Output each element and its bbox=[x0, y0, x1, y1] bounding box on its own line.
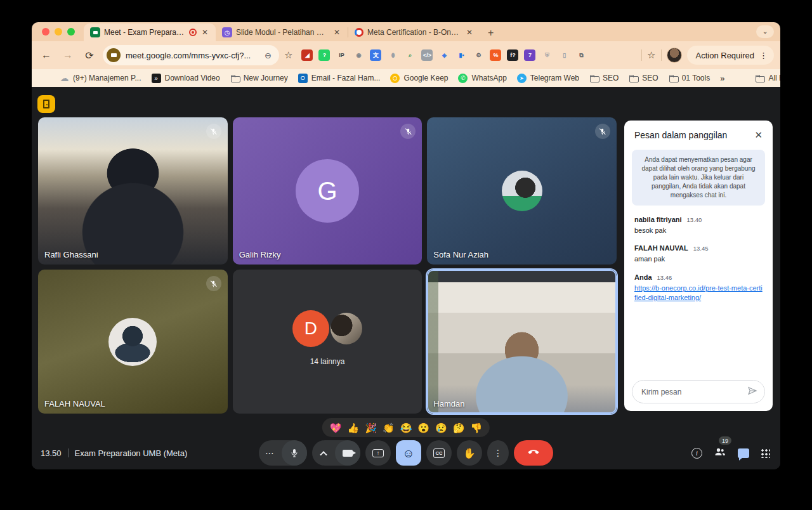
end-call-button[interactable] bbox=[514, 440, 553, 466]
phone-extension-icon[interactable]: ▯ bbox=[558, 49, 570, 61]
puzzle-extension-icon[interactable]: ⧉ bbox=[575, 49, 587, 61]
shield-extension-icon[interactable]: ⛨ bbox=[541, 49, 553, 61]
initial-avatar: D bbox=[292, 310, 329, 347]
back-button[interactable]: ← bbox=[38, 49, 55, 61]
present-screen-button[interactable]: ↑ bbox=[365, 440, 391, 466]
camera-extension-icon[interactable]: ◉ bbox=[353, 49, 364, 61]
reaction-emoji-button[interactable]: 👎 bbox=[471, 423, 483, 433]
participant-tile[interactable]: Sofa Nur Aziah bbox=[427, 117, 617, 265]
bars-extension-icon[interactable]: ▮▪ bbox=[455, 49, 467, 61]
bookmark-item[interactable]: Download Video bbox=[152, 74, 220, 83]
bookmark-item[interactable]: Email - Fazal Ham... bbox=[298, 74, 381, 83]
meeting-details-button[interactable]: i bbox=[691, 448, 702, 459]
profile-avatar[interactable] bbox=[667, 48, 682, 63]
bookmark-label: WhatsApp bbox=[471, 74, 506, 82]
all-bookmarks-button[interactable]: All Bookmarks bbox=[755, 74, 780, 83]
close-window-button[interactable] bbox=[42, 28, 49, 36]
browser-tab[interactable]: Slide Modul - Pelatihan Meta✕ bbox=[216, 23, 348, 41]
fq-extension-icon[interactable]: f? bbox=[507, 49, 518, 61]
participant-tile[interactable]: Rafli Ghassani bbox=[38, 117, 228, 265]
chat-message-input[interactable] bbox=[641, 388, 747, 396]
bookmark-item[interactable]: SEO bbox=[589, 74, 619, 83]
message-link[interactable]: https://b-onecorp.co.id/pre-test-meta-ce… bbox=[634, 284, 763, 301]
browser-tab[interactable]: Meet - Exam Preparation✕ bbox=[84, 23, 216, 41]
zoom-icon[interactable]: ⊖ bbox=[265, 51, 272, 60]
tab-close-icon[interactable]: ✕ bbox=[332, 28, 341, 37]
bookmark-item[interactable]: New Journey bbox=[230, 74, 288, 83]
participants-button[interactable]: 19 bbox=[714, 445, 726, 461]
reactions-toggle-button[interactable]: ☺ bbox=[396, 440, 421, 466]
bookmark-item[interactable]: 01 Tools bbox=[669, 74, 710, 83]
close-chat-icon[interactable]: ✕ bbox=[754, 129, 763, 141]
seo-gear-extension-icon[interactable]: ⚙ bbox=[473, 49, 484, 61]
chat-panel-title: Pesan dalam panggilan bbox=[634, 130, 727, 140]
reaction-emoji-button[interactable]: 👏 bbox=[383, 423, 395, 433]
initial-avatar: G bbox=[296, 159, 359, 223]
participant-name-label: FALAH NAUVAL bbox=[44, 399, 105, 409]
camera-button[interactable] bbox=[335, 440, 360, 466]
bookmark-item[interactable]: Google Keep bbox=[390, 74, 448, 83]
reload-button[interactable]: ⟳ bbox=[81, 49, 98, 62]
mic-options-button[interactable]: ⋯ bbox=[259, 440, 282, 466]
participant-tile[interactable]: FALAH NAUVAL bbox=[38, 270, 228, 414]
activities-button[interactable] bbox=[761, 448, 770, 458]
favorites-star-icon[interactable]: ☆ bbox=[647, 49, 655, 61]
tab-close-icon[interactable]: ✕ bbox=[465, 28, 474, 37]
address-bar[interactable]: meet.google.com/mms-yvxc-cfj?... ⊖ bbox=[103, 45, 279, 65]
captions-button[interactable]: CC bbox=[426, 440, 452, 466]
message-sender: Anda bbox=[634, 273, 652, 281]
bookmarks-overflow-button[interactable]: » bbox=[720, 74, 724, 83]
mic-muted-icon bbox=[206, 276, 221, 291]
tab-title: Slide Modul - Pelatihan Meta bbox=[236, 28, 329, 37]
camera-options-button[interactable] bbox=[312, 440, 335, 466]
send-message-icon[interactable] bbox=[747, 385, 758, 399]
new-tab-button[interactable]: + bbox=[480, 27, 501, 41]
reaction-emoji-button[interactable]: 👍 bbox=[347, 423, 359, 433]
translate-extension-icon[interactable]: 文 bbox=[370, 49, 381, 61]
meeting-title: Exam Preparation UMB (Meta) bbox=[75, 448, 188, 458]
reaction-emoji-button[interactable]: 💖 bbox=[330, 423, 342, 433]
mic-button[interactable] bbox=[282, 440, 307, 466]
browser-menu-icon[interactable]: ⋮ bbox=[759, 51, 768, 60]
chat-question-extension-icon[interactable]: ? bbox=[318, 49, 330, 61]
more-options-button[interactable]: ⋮ bbox=[487, 440, 509, 466]
zoom-window-button[interactable] bbox=[67, 28, 75, 36]
percent-extension-icon[interactable]: % bbox=[490, 49, 501, 61]
bookmark-item[interactable]: SEO bbox=[629, 74, 658, 83]
door-open-indicator[interactable] bbox=[37, 95, 55, 113]
bookmark-item[interactable]: WhatsApp bbox=[458, 74, 506, 83]
action-required-button[interactable]: Action Required ⋮ bbox=[687, 46, 775, 65]
ip-lookup-extension-icon[interactable]: IP bbox=[336, 49, 347, 61]
code-extension-icon[interactable]: </> bbox=[421, 49, 433, 61]
mouse-extension-icon[interactable]: ⬮ bbox=[387, 49, 398, 61]
bookmark-item[interactable]: Telegram Web bbox=[517, 74, 579, 83]
reaction-emoji-button[interactable]: 🎉 bbox=[365, 423, 377, 433]
reaction-emoji-button[interactable]: 😢 bbox=[435, 423, 447, 433]
tab-close-icon[interactable]: ✕ bbox=[200, 28, 209, 37]
reaction-emoji-button[interactable]: 🤔 bbox=[453, 423, 465, 433]
participant-tile[interactable]: GGalih Rizky bbox=[233, 117, 422, 265]
message-sender: FALAH NAUVAL bbox=[634, 244, 688, 252]
reaction-emoji-button[interactable]: 😮 bbox=[417, 423, 429, 433]
reaction-emoji-button[interactable]: 😂 bbox=[400, 423, 412, 433]
minimize-window-button[interactable] bbox=[55, 28, 62, 36]
bookmark-label: SEO bbox=[642, 74, 658, 82]
site-icon bbox=[107, 48, 121, 62]
forward-button[interactable]: → bbox=[60, 49, 76, 61]
tab-search-button[interactable]: ⌄ bbox=[756, 25, 774, 38]
participant-tile[interactable]: Hamdan bbox=[427, 270, 617, 414]
chart-extension-icon[interactable]: ◢ bbox=[301, 49, 313, 61]
tag-extension-icon[interactable]: ◈ bbox=[438, 49, 450, 61]
recording-indicator-icon bbox=[189, 29, 197, 36]
browser-tab[interactable]: Meta Certification - B-One Co✕ bbox=[348, 23, 480, 41]
magnifier-extension-icon[interactable]: ⌕ bbox=[404, 49, 416, 61]
chat-toggle-button[interactable] bbox=[738, 448, 749, 458]
meeting-status: 13.50 Exam Preparation UMB (Meta) bbox=[41, 448, 187, 458]
participant-tile[interactable]: D14 lainnya bbox=[233, 270, 422, 414]
bookmark-star-icon[interactable]: ☆ bbox=[284, 49, 292, 61]
mic-muted-icon bbox=[400, 124, 416, 139]
raise-hand-button[interactable]: ✋ bbox=[457, 440, 482, 466]
bookmark-item[interactable]: ☁(9+) Manajemen P... bbox=[60, 74, 141, 83]
folder-icon bbox=[589, 74, 599, 83]
seven-extension-icon[interactable]: 7 bbox=[524, 49, 535, 61]
